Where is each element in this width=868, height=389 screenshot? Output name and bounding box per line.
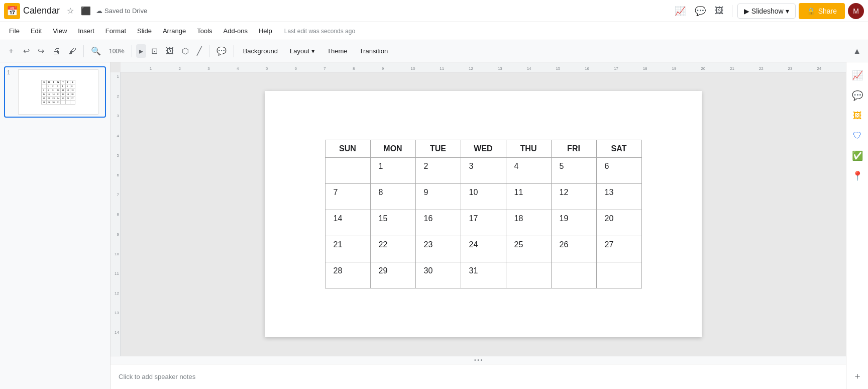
drive-button[interactable]: ⬛ — [79, 4, 93, 18]
layout-button[interactable]: Layout ▾ — [285, 45, 320, 57]
calendar-cell[interactable]: 16 — [415, 210, 461, 236]
extension-3-button[interactable]: 📍 — [848, 167, 866, 185]
slide-canvas-wrapper[interactable]: SUNMONTUEWEDTHUFRISAT 123456789101112131… — [121, 72, 846, 356]
linked-objects-button[interactable]: 🖼 — [848, 107, 866, 125]
calendar-cell[interactable]: 15 — [370, 210, 415, 236]
calendar-cell[interactable]: 8 — [370, 184, 415, 210]
calendar-cell[interactable]: 31 — [461, 262, 506, 288]
calendar-cell[interactable]: 4 — [506, 158, 551, 184]
calendar-cell[interactable]: 19 — [551, 210, 596, 236]
calendar-cell[interactable]: 27 — [596, 236, 641, 262]
calendar-cell[interactable]: 6 — [596, 158, 641, 184]
zoom-out-button[interactable]: 🔍 — [88, 44, 104, 58]
print-button[interactable]: 🖨 — [49, 45, 63, 58]
calendar-cell[interactable]: 28 — [325, 262, 370, 288]
calendar-cell[interactable]: 3 — [461, 158, 506, 184]
calendar-cell[interactable]: 17 — [461, 210, 506, 236]
calendar-cell[interactable]: 11 — [506, 184, 551, 210]
calendar-cell[interactable]: 26 — [551, 236, 596, 262]
line-button[interactable]: ╱ — [194, 44, 205, 58]
slide-thumbnail-1[interactable]: 1 SMTWTFS 123456 78910111213 14151617181… — [4, 66, 106, 118]
menu-insert[interactable]: Insert — [73, 25, 99, 37]
calendar-cell[interactable]: 20 — [596, 210, 641, 236]
transition-button[interactable]: Transition — [355, 45, 393, 57]
slide-number-1: 1 — [7, 69, 15, 75]
calendar-cell[interactable]: 21 — [325, 236, 370, 262]
comment-button[interactable]: 💬 — [213, 44, 230, 58]
add-frame-button[interactable]: 🖼 — [712, 3, 727, 19]
select-tool[interactable]: ▸ — [136, 44, 146, 58]
calendar-cell[interactable] — [506, 262, 551, 288]
ruler-tick: 2 — [179, 66, 181, 71]
horizontal-ruler: 1 2 3 4 5 6 7 8 9 10 11 12 13 14 15 16 1… — [121, 62, 846, 72]
ruler-tick: 15 — [556, 66, 560, 71]
explore-button[interactable]: 📈 — [848, 66, 866, 84]
toolbar-divider-2 — [132, 45, 132, 57]
calendar-cell[interactable]: 18 — [506, 210, 551, 236]
shape-button[interactable]: ⬡ — [179, 44, 192, 58]
ruler-tick: 23 — [788, 66, 792, 71]
paint-format-button[interactable]: 🖌 — [65, 45, 79, 58]
user-avatar[interactable]: M — [848, 3, 864, 19]
background-button[interactable]: Background — [238, 45, 283, 57]
collapse-panel-button[interactable]: ▲ — [850, 45, 864, 58]
calendar-cell[interactable] — [596, 262, 641, 288]
share-button[interactable]: 🔒 Share — [799, 3, 845, 19]
calendar-cell[interactable]: 25 — [506, 236, 551, 262]
calendar-header-cell: FRI — [551, 140, 596, 158]
ruler-tick: 14 — [527, 66, 531, 71]
calendar-cell[interactable]: 22 — [370, 236, 415, 262]
calendar-cell[interactable]: 7 — [325, 184, 370, 210]
extension-2-button[interactable]: ✅ — [848, 147, 866, 165]
ruler-tick: 4 — [237, 66, 239, 71]
menu-addons[interactable]: Add-ons — [219, 25, 253, 37]
undo-button[interactable]: ↩ — [20, 44, 33, 58]
layout-dropdown-icon: ▾ — [311, 47, 315, 55]
trending-icon-button[interactable]: 📈 — [672, 3, 689, 20]
add-extension-button[interactable]: ＋ — [848, 367, 866, 385]
menu-arrange[interactable]: Arrange — [158, 25, 191, 37]
calendar-cell[interactable]: 30 — [415, 262, 461, 288]
image-button[interactable]: 🖼 — [163, 45, 177, 58]
calendar-cell[interactable]: 24 — [461, 236, 506, 262]
star-button[interactable]: ☆ — [65, 4, 76, 18]
calendar-cell[interactable]: 10 — [461, 184, 506, 210]
menu-format[interactable]: Format — [100, 25, 131, 37]
calendar-cell[interactable]: 9 — [415, 184, 461, 210]
main-area: 1 SMTWTFS 123456 78910111213 14151617181… — [0, 62, 868, 389]
notes-handle[interactable]: • • • — [111, 356, 846, 364]
slideshow-button[interactable]: ▶ Slideshow ▾ — [737, 4, 796, 19]
calendar-cell[interactable]: 23 — [415, 236, 461, 262]
calendar-cell[interactable]: 1 — [370, 158, 415, 184]
slide-canvas[interactable]: SUNMONTUEWEDTHUFRISAT 123456789101112131… — [265, 91, 702, 337]
text-box-button[interactable]: ⊡ — [148, 44, 161, 58]
menu-bar: File Edit View Insert Format Slide Arran… — [0, 22, 868, 40]
calendar-cell[interactable]: 5 — [551, 158, 596, 184]
calendar-cell[interactable] — [325, 158, 370, 184]
theme-button[interactable]: Theme — [322, 45, 352, 57]
slides-panel: 1 SMTWTFS 123456 78910111213 14151617181… — [0, 62, 111, 389]
menu-view[interactable]: View — [48, 25, 72, 37]
calendar-cell[interactable]: 14 — [325, 210, 370, 236]
divider — [732, 5, 732, 17]
menu-edit[interactable]: Edit — [26, 25, 47, 37]
add-button[interactable]: ＋ — [4, 44, 18, 58]
menu-slide[interactable]: Slide — [132, 25, 157, 37]
slide-with-ruler: 1 2 3 4 5 6 7 8 9 10 11 12 13 14 — [111, 72, 846, 356]
zoom-level[interactable]: 100% — [106, 46, 128, 57]
calendar-cell[interactable]: 12 — [551, 184, 596, 210]
menu-help[interactable]: Help — [254, 25, 277, 37]
redo-button[interactable]: ↪ — [35, 44, 47, 58]
speaker-notes[interactable]: Click to add speaker notes — [111, 364, 846, 389]
calendar-cell[interactable]: 2 — [415, 158, 461, 184]
menu-tools[interactable]: Tools — [192, 25, 217, 37]
menu-file[interactable]: File — [4, 25, 25, 37]
calendar-body: 1234567891011121314151617181920212223242… — [325, 158, 641, 288]
ruler-tick: 5 — [266, 66, 268, 71]
comments-button[interactable]: 💬 — [848, 86, 866, 105]
calendar-cell[interactable]: 29 — [370, 262, 415, 288]
comment-icon-button[interactable]: 💬 — [692, 3, 709, 20]
calendar-cell[interactable]: 13 — [596, 184, 641, 210]
calendar-cell[interactable] — [551, 262, 596, 288]
extension-1-button[interactable]: 🛡 — [848, 127, 866, 145]
